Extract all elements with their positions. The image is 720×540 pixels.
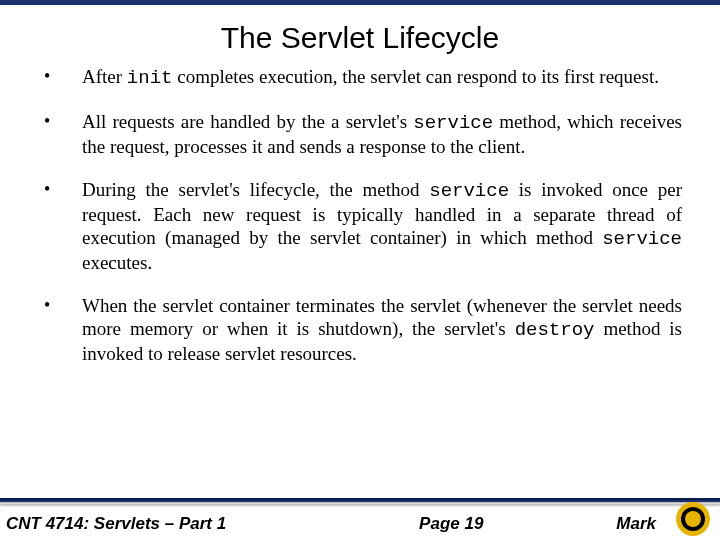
content-area: • After init completes execution, the se… [0,65,720,365]
bullet-marker: • [38,65,82,87]
bullet-text: After init completes execution, the serv… [82,65,682,90]
bullet-text: When the servlet container terminates th… [82,294,682,365]
bullet-marker: • [38,110,82,132]
ucf-logo-icon [676,502,710,536]
bullet-marker: • [38,178,82,200]
bullet-marker: • [38,294,82,316]
footer-text-row: CNT 4714: Servlets – Part 1 Page 19 Mark [0,508,720,540]
bullet-item: • After init completes execution, the se… [38,65,682,90]
footer-divider [0,498,720,504]
bullet-item: • All requests are handled by the a serv… [38,110,682,158]
footer: CNT 4714: Servlets – Part 1 Page 19 Mark [0,498,720,540]
bullet-text: During the servlet's lifecycle, the meth… [82,178,682,274]
bullet-item: • When the servlet container terminates … [38,294,682,365]
course-label: CNT 4714: Servlets – Part 1 [6,514,226,534]
author-label: Mark [616,514,656,534]
bullet-text: All requests are handled by the a servle… [82,110,682,158]
bullet-item: • During the servlet's lifecycle, the me… [38,178,682,274]
page-title: The Servlet Lifecycle [0,5,720,65]
page-number: Page 19 [226,514,616,534]
